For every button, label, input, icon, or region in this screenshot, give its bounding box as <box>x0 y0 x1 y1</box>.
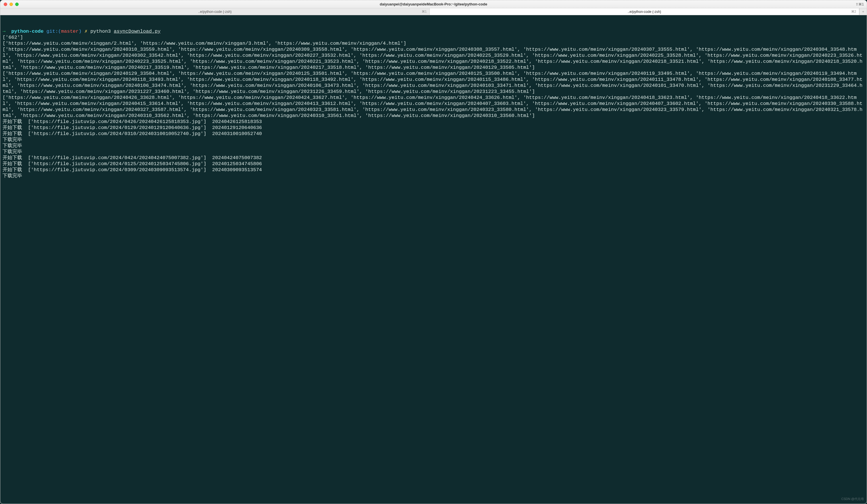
tab-2[interactable]: ..e/python-code (-zsh) ⌘2 <box>430 8 859 15</box>
prompt-line: → python-code git:(master) ✗ python3 asy… <box>3 28 864 34</box>
tabbar: ..e/python-code (-zsh) ⌘1 ..e/python-cod… <box>0 8 867 15</box>
prompt-arrow-icon: → <box>3 29 6 34</box>
tab-label: ..e/python-code (-zsh) <box>198 10 232 14</box>
zoom-icon[interactable] <box>15 3 19 6</box>
minimize-icon[interactable] <box>10 3 13 6</box>
prompt-branch: master <box>61 29 78 34</box>
tab-shortcut: ⌘1 <box>422 10 427 13</box>
tab-shortcut: ⌘2 <box>851 10 856 13</box>
tab-1[interactable]: ..e/python-code (-zsh) ⌘1 <box>0 8 430 15</box>
terminal-body[interactable]: → python-code git:(master) ✗ python3 asy… <box>0 15 867 504</box>
titlebar: daiyuanpei@daiyuanpeideMacBook-Pro:~/git… <box>0 0 867 8</box>
add-tab-button[interactable]: + <box>859 8 867 15</box>
terminal-output: ['662'] ['https://www.yeitu.com/meinv/xi… <box>3 35 863 179</box>
traffic-lights <box>4 3 19 6</box>
window-shortcut: ⇧⌘1 <box>856 2 864 6</box>
tab-label: ..e/python-code (-zsh) <box>628 10 661 14</box>
window-title: daiyuanpei@daiyuanpeideMacBook-Pro:~/git… <box>380 2 488 6</box>
prompt-git-label: git:( <box>46 29 61 34</box>
prompt-dirty-icon: ✗ <box>85 29 87 34</box>
command-text: python3 asyncDownload.py <box>90 29 161 34</box>
close-icon[interactable] <box>4 3 7 6</box>
prompt-folder: python-code <box>11 29 44 34</box>
watermark: CSDN @代元培 <box>842 496 864 502</box>
terminal-window: daiyuanpei@daiyuanpeideMacBook-Pro:~/git… <box>0 0 867 504</box>
